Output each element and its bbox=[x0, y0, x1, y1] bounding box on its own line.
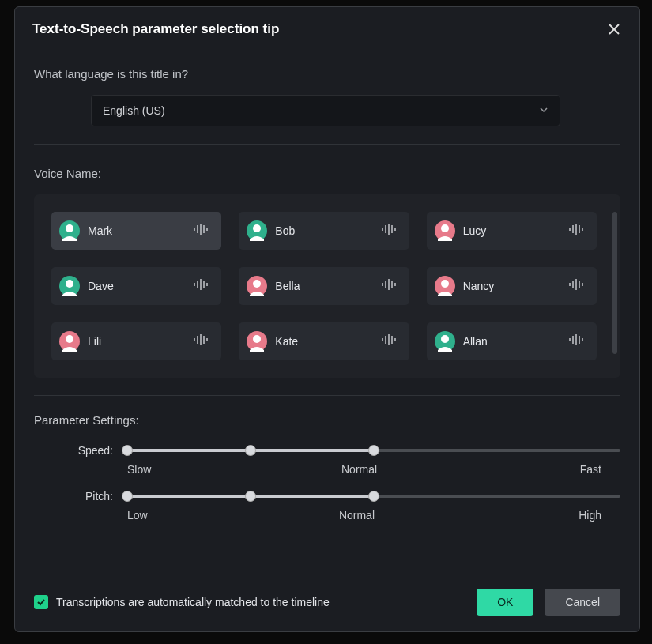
language-selected-value: English (US) bbox=[103, 104, 165, 117]
voice-card-lucy[interactable]: Lucy bbox=[427, 212, 597, 250]
voice-name-label: Nancy bbox=[463, 280, 560, 292]
svg-point-52 bbox=[253, 335, 261, 343]
auto-match-row: Transcriptions are automatically matched… bbox=[34, 595, 330, 609]
voice-name-label: Bella bbox=[275, 280, 372, 292]
waveform-icon bbox=[568, 333, 586, 349]
close-icon bbox=[608, 23, 620, 36]
avatar-icon bbox=[59, 220, 80, 241]
divider bbox=[34, 144, 620, 145]
voice-card-mark[interactable]: Mark bbox=[51, 212, 221, 250]
ok-button[interactable]: OK bbox=[477, 589, 533, 616]
check-icon bbox=[36, 597, 46, 607]
waveform-icon bbox=[381, 333, 398, 349]
speed-slider[interactable] bbox=[127, 443, 620, 458]
waveform-icon bbox=[193, 223, 210, 239]
dialog-title: Text-to-Speech parameter selection tip bbox=[32, 21, 279, 37]
parameter-settings-label: Parameter Settings: bbox=[34, 413, 620, 427]
svg-point-59 bbox=[441, 335, 449, 343]
waveform-icon bbox=[381, 223, 398, 239]
language-select[interactable]: English (US) bbox=[91, 95, 560, 126]
pitch-row: Pitch: bbox=[34, 488, 620, 504]
pitch-label: Pitch: bbox=[34, 490, 113, 503]
speed-tick-mid: Normal bbox=[341, 463, 377, 476]
voice-name-label: Allan bbox=[463, 335, 560, 348]
voice-card-allan[interactable]: Allan bbox=[427, 322, 597, 360]
voice-card-dave[interactable]: Dave bbox=[51, 267, 221, 305]
speed-tick-low: Slow bbox=[127, 463, 151, 476]
avatar-icon bbox=[435, 331, 455, 352]
voice-card-bella[interactable]: Bella bbox=[239, 267, 409, 305]
svg-point-3 bbox=[66, 224, 73, 232]
waveform-icon bbox=[568, 223, 586, 239]
pitch-tick-mid: Normal bbox=[339, 509, 375, 522]
dialog-header: Text-to-Speech parameter selection tip bbox=[15, 7, 639, 45]
voice-card-nancy[interactable]: Nancy bbox=[427, 267, 597, 305]
avatar-icon bbox=[59, 331, 80, 352]
svg-point-45 bbox=[66, 335, 73, 343]
voice-name-label: Lucy bbox=[463, 224, 560, 237]
pitch-tick-low: Low bbox=[127, 509, 148, 522]
tts-dialog: Text-to-Speech parameter selection tip W… bbox=[14, 6, 640, 632]
voice-name-label: Bob bbox=[275, 224, 372, 237]
svg-point-10 bbox=[253, 224, 261, 232]
auto-match-label: Transcriptions are automatically matched… bbox=[56, 596, 330, 608]
svg-point-31 bbox=[253, 280, 261, 288]
avatar-icon bbox=[59, 276, 80, 296]
voice-panel: MarkBobLucyDaveBellaNancyLiliKateAllan bbox=[34, 194, 620, 378]
auto-match-checkbox[interactable] bbox=[34, 595, 48, 609]
speed-tick-labels: Slow Normal Fast bbox=[34, 463, 620, 476]
dialog-footer: Transcriptions are automatically matched… bbox=[15, 581, 639, 631]
cancel-button[interactable]: Cancel bbox=[545, 589, 620, 616]
voice-name-label: Dave bbox=[88, 280, 185, 292]
voice-name-label: Mark bbox=[88, 224, 185, 237]
speed-label: Speed: bbox=[34, 444, 113, 457]
avatar-icon bbox=[247, 220, 267, 241]
voice-name-label: Voice Name: bbox=[34, 167, 620, 180]
voice-card-bob[interactable]: Bob bbox=[239, 212, 409, 250]
voice-scrollbar[interactable] bbox=[612, 212, 617, 354]
waveform-icon bbox=[568, 278, 586, 294]
avatar-icon bbox=[435, 276, 455, 296]
divider bbox=[34, 395, 620, 396]
language-question: What language is this title in? bbox=[34, 67, 620, 81]
pitch-tick-high: High bbox=[579, 509, 601, 522]
pitch-slider[interactable] bbox=[127, 488, 620, 504]
waveform-icon bbox=[381, 278, 398, 294]
waveform-icon bbox=[193, 278, 210, 294]
waveform-icon bbox=[193, 333, 210, 349]
avatar-icon bbox=[435, 220, 455, 241]
voice-card-kate[interactable]: Kate bbox=[239, 322, 409, 360]
voice-card-lili[interactable]: Lili bbox=[51, 322, 221, 360]
svg-point-38 bbox=[441, 280, 449, 288]
close-button[interactable] bbox=[606, 21, 622, 37]
avatar-icon bbox=[247, 276, 267, 296]
chevron-down-icon bbox=[539, 104, 548, 117]
pitch-tick-labels: Low Normal High bbox=[34, 509, 620, 522]
speed-tick-high: Fast bbox=[580, 463, 601, 476]
avatar-icon bbox=[247, 331, 267, 352]
svg-point-24 bbox=[66, 280, 73, 288]
voice-name-label: Kate bbox=[275, 335, 372, 348]
voice-name-label: Lili bbox=[88, 335, 185, 348]
speed-row: Speed: bbox=[34, 443, 620, 458]
svg-point-17 bbox=[441, 224, 449, 232]
